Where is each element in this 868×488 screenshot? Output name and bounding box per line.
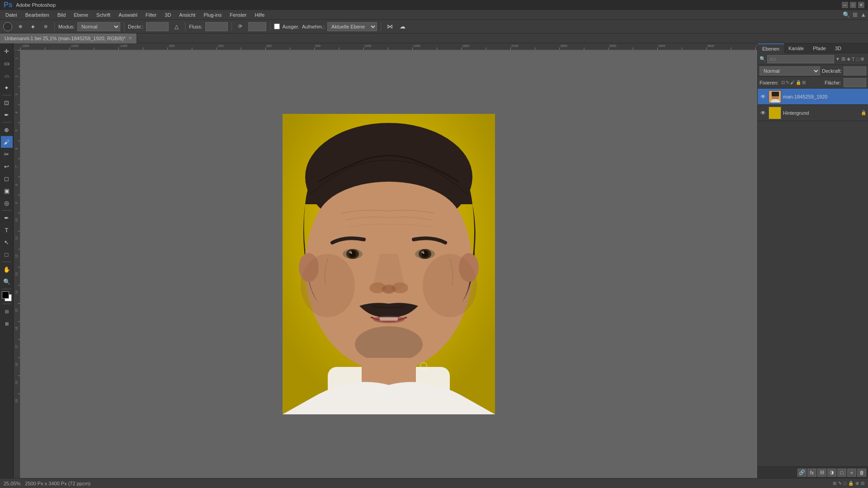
- selection-tool-btn[interactable]: ▭: [1, 57, 13, 69]
- healing-tool-btn[interactable]: ⊕: [1, 124, 13, 136]
- tool-sep5: [2, 289, 11, 289]
- angle-btn[interactable]: ⟳: [236, 22, 245, 32]
- lasso-tool-btn[interactable]: ⌓: [1, 70, 13, 81]
- crop-tool-btn[interactable]: ⊡: [1, 97, 13, 108]
- shape-tool-btn[interactable]: □: [1, 249, 13, 260]
- new-layer-btn[interactable]: +: [847, 469, 856, 477]
- layers-filter-pixel[interactable]: ⊞: [841, 56, 845, 62]
- color-chips[interactable]: [1, 291, 13, 302]
- layers-filter-type: ▼: [835, 56, 840, 61]
- menu-ebene[interactable]: Ebene: [70, 11, 92, 19]
- menu-bearbeiten[interactable]: Bearbeiten: [22, 11, 53, 19]
- angle-input[interactable]: 0°: [248, 22, 266, 31]
- tab-ebenen[interactable]: Ebenen: [758, 43, 784, 53]
- lock-nested-icon[interactable]: ⊞: [802, 80, 806, 85]
- layer-mask-btn[interactable]: ⊟: [817, 469, 826, 477]
- lock-position-icon[interactable]: ⊡: [781, 80, 785, 85]
- quick-mask-btn[interactable]: ⊟: [1, 305, 13, 317]
- text-tool-btn[interactable]: T: [1, 224, 13, 236]
- menu-3d[interactable]: 3D: [161, 11, 175, 19]
- brush-settings-btn[interactable]: ◈: [28, 22, 38, 32]
- flow-input[interactable]: 100%: [205, 22, 228, 31]
- size-input[interactable]: 100%: [146, 22, 169, 31]
- ruler-h-canvas: [20, 43, 757, 50]
- canvas-scroll[interactable]: [20, 50, 757, 478]
- zoom-tool-btn[interactable]: 🔍: [1, 276, 13, 287]
- stamp-tool-btn[interactable]: ✂: [1, 148, 13, 160]
- menu-datei[interactable]: Datei: [2, 11, 21, 19]
- extra-btn2[interactable]: ☁: [397, 22, 407, 32]
- aufnehm-select[interactable]: Aktuelle Ebene Alle Ebenen Aktuelle und …: [327, 22, 377, 31]
- svg-rect-24: [380, 317, 398, 321]
- layers-filter-smart[interactable]: ⊕: [860, 56, 864, 62]
- layer-visibility-man[interactable]: 👁: [760, 94, 767, 100]
- brush-options-btn[interactable]: [3, 22, 13, 32]
- layer-adj-btn[interactable]: ◑: [827, 469, 836, 477]
- title-bar-controls[interactable]: ─ □ ✕: [842, 2, 864, 8]
- layer-visibility-hintergrund[interactable]: 👁: [760, 110, 767, 116]
- menu-bild[interactable]: Bild: [54, 11, 69, 19]
- screen-mode-btn[interactable]: ⊞: [1, 318, 13, 329]
- workspace-icon[interactable]: ⊞: [853, 11, 858, 18]
- new-group-btn[interactable]: □: [837, 469, 846, 477]
- menu-filter[interactable]: Filter: [142, 11, 160, 19]
- menu-auswahl[interactable]: Auswahl: [115, 11, 141, 19]
- layers-filter-adj[interactable]: ◈: [847, 56, 850, 62]
- layer-thumb-hintergrund: [769, 107, 781, 119]
- delete-layer-btn[interactable]: 🗑: [857, 469, 866, 477]
- symmetry-btn[interactable]: ⋈: [385, 22, 395, 32]
- hand-tool-btn[interactable]: ✋: [1, 263, 13, 275]
- wand-tool-btn[interactable]: ✦: [1, 82, 13, 94]
- layers-tabs: Ebenen Kanäle Pfade 3D: [758, 43, 868, 53]
- layers-opacity-input[interactable]: 100%: [844, 66, 866, 75]
- lock-pixel-icon[interactable]: 🖌: [790, 80, 795, 85]
- share-icon[interactable]: ▲: [860, 11, 866, 18]
- layer-style-btn[interactable]: fx: [807, 469, 816, 477]
- ausg-checkbox[interactable]: [274, 23, 280, 29]
- document-tab[interactable]: Unbenannt-1 bei 25,1% (man-1845259_1920,…: [0, 33, 137, 43]
- airbrush-btn[interactable]: △: [171, 22, 181, 32]
- link-layers-btn[interactable]: 🔗: [797, 469, 807, 477]
- menu-plugins[interactable]: Plug-ins: [200, 11, 225, 19]
- tab-pfade[interactable]: Pfade: [808, 43, 830, 53]
- svg-point-13: [351, 253, 352, 254]
- layers-mode-select[interactable]: Normal Multiplizieren Abblenden: [760, 66, 820, 75]
- menu-fenster[interactable]: Fenster: [226, 11, 250, 19]
- eyedropper-tool-btn[interactable]: ✒: [1, 109, 13, 121]
- menu-ansicht[interactable]: Ansicht: [175, 11, 199, 19]
- svg-point-25: [355, 326, 423, 362]
- gradient-tool-btn[interactable]: ▣: [1, 185, 13, 197]
- menu-hilfe[interactable]: Hilfe: [251, 11, 268, 19]
- pen-tool-btn[interactable]: ✒: [1, 212, 13, 224]
- history-tool-btn[interactable]: ↩: [1, 160, 13, 172]
- tab-3d[interactable]: 3D: [830, 43, 846, 53]
- layers-search-input[interactable]: [767, 55, 834, 63]
- layer-item-man[interactable]: 👁 man-1845259_1920: [758, 89, 868, 105]
- search-icon[interactable]: 🔍: [843, 11, 850, 18]
- menu-bar: Datei Bearbeiten Bild Ebene Schrift Ausw…: [0, 10, 868, 20]
- foreground-color-chip[interactable]: [2, 291, 9, 299]
- brush-extra-btn[interactable]: ⊘: [41, 22, 51, 32]
- layers-filter-shape[interactable]: □: [856, 56, 859, 62]
- status-icon4: 🔒: [848, 481, 854, 486]
- brush-size-btn[interactable]: ⊕: [15, 22, 25, 32]
- brush-tool-btn[interactable]: 🖌: [1, 136, 13, 148]
- minimize-button[interactable]: ─: [842, 2, 848, 8]
- eraser-tool-btn[interactable]: ◻: [1, 173, 13, 184]
- tab-kanaele[interactable]: Kanäle: [784, 43, 808, 53]
- tool-sep4: [2, 262, 11, 262]
- dodge-tool-btn[interactable]: ◎: [1, 197, 13, 209]
- fill-input[interactable]: 100%: [844, 78, 866, 87]
- layers-fill-bar: Fixieren: ⊡ ✎ 🖌 🔒 ⊞ Fläche: 100%: [758, 77, 868, 89]
- close-button[interactable]: ✕: [858, 2, 864, 8]
- tab-close-btn[interactable]: ✕: [128, 36, 132, 41]
- lock-all-icon[interactable]: 🔒: [796, 80, 801, 85]
- mode-select[interactable]: Normal Multiplizieren Abblenden: [77, 22, 120, 31]
- layers-filter-text[interactable]: T: [852, 56, 855, 62]
- move-tool-btn[interactable]: ✛: [1, 45, 13, 57]
- lock-artboard-icon[interactable]: ✎: [786, 80, 789, 85]
- maximize-button[interactable]: □: [850, 2, 856, 8]
- menu-schrift[interactable]: Schrift: [93, 11, 114, 19]
- layer-item-hintergrund[interactable]: 👁 Hintergrund 🔒: [758, 105, 868, 121]
- pathselect-tool-btn[interactable]: ↖: [1, 236, 13, 248]
